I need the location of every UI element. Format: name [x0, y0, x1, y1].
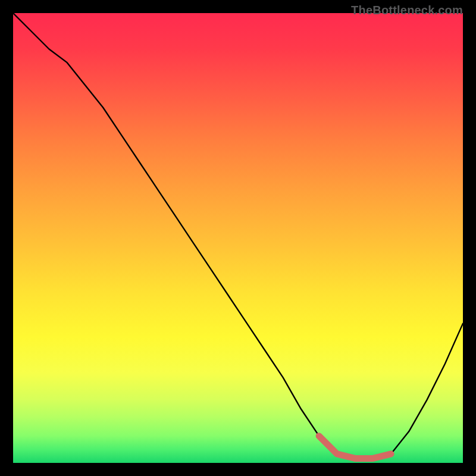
watermark-label: TheBottleneck.com: [351, 4, 463, 17]
bottleneck-curve-path: [13, 13, 463, 458]
chart-container: TheBottleneck.com: [0, 0, 476, 476]
optimal-range-highlight-path: [319, 436, 391, 459]
plot-area: [13, 13, 463, 463]
curve-svg: [13, 13, 463, 463]
